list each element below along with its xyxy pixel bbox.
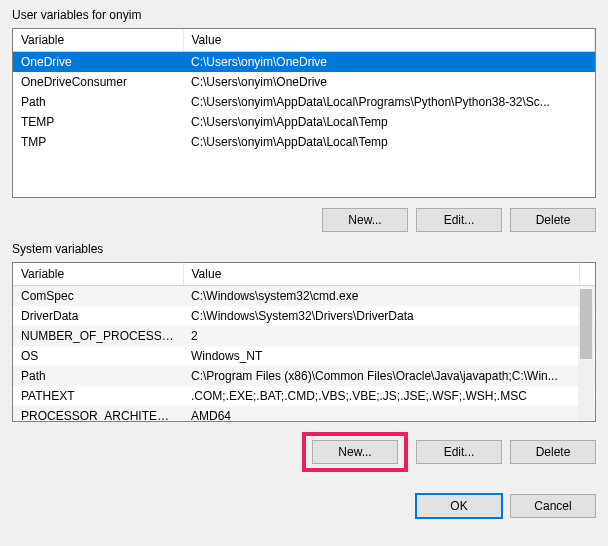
col-value[interactable]: Value <box>183 29 595 52</box>
table-row[interactable]: NUMBER_OF_PROCESSORS2 <box>13 326 595 346</box>
cell-variable: OS <box>13 346 183 366</box>
cell-value: C:\Windows\system32\cmd.exe <box>183 286 579 307</box>
table-row[interactable]: DriverDataC:\Windows\System32\Drivers\Dr… <box>13 306 595 326</box>
vertical-scrollbar[interactable] <box>578 289 594 420</box>
cell-variable: TEMP <box>13 112 183 132</box>
system-edit-button[interactable]: Edit... <box>416 440 502 464</box>
table-header-row: Variable Value <box>13 263 595 286</box>
cell-value: C:\Users\onyim\AppData\Local\Temp <box>183 112 595 132</box>
cell-variable: DriverData <box>13 306 183 326</box>
col-variable[interactable]: Variable <box>13 29 183 52</box>
table-row[interactable]: TMPC:\Users\onyim\AppData\Local\Temp <box>13 132 595 152</box>
table-row[interactable]: ComSpecC:\Windows\system32\cmd.exe <box>13 286 595 307</box>
cell-variable: TMP <box>13 132 183 152</box>
system-variables-table-wrap: Variable Value ComSpecC:\Windows\system3… <box>12 262 596 422</box>
col-variable[interactable]: Variable <box>13 263 183 286</box>
user-edit-button[interactable]: Edit... <box>416 208 502 232</box>
cell-value: .COM;.EXE;.BAT;.CMD;.VBS;.VBE;.JS;.JSE;.… <box>183 386 579 406</box>
table-row[interactable]: PathC:\Users\onyim\AppData\Local\Program… <box>13 92 595 112</box>
user-new-button[interactable]: New... <box>322 208 408 232</box>
table-row[interactable]: PATHEXT.COM;.EXE;.BAT;.CMD;.VBS;.VBE;.JS… <box>13 386 595 406</box>
user-variables-table[interactable]: Variable Value OneDriveC:\Users\onyim\On… <box>13 29 595 152</box>
cancel-button[interactable]: Cancel <box>510 494 596 518</box>
system-variables-label: System variables <box>12 242 596 256</box>
cell-variable: PATHEXT <box>13 386 183 406</box>
cell-value: 2 <box>183 326 579 346</box>
system-new-button[interactable]: New... <box>312 440 398 464</box>
table-row[interactable]: OneDriveConsumerC:\Users\onyim\OneDrive <box>13 72 595 92</box>
cell-value: C:\Windows\System32\Drivers\DriverData <box>183 306 579 326</box>
cell-value: C:\Users\onyim\AppData\Local\Temp <box>183 132 595 152</box>
cell-value: AMD64 <box>183 406 579 422</box>
cell-variable: OneDriveConsumer <box>13 72 183 92</box>
cell-value: C:\Users\onyim\OneDrive <box>183 52 595 73</box>
col-value[interactable]: Value <box>183 263 579 286</box>
table-row[interactable]: TEMPC:\Users\onyim\AppData\Local\Temp <box>13 112 595 132</box>
user-buttons-row: New... Edit... Delete <box>12 208 596 232</box>
system-delete-button[interactable]: Delete <box>510 440 596 464</box>
cell-variable: NUMBER_OF_PROCESSORS <box>13 326 183 346</box>
table-row[interactable]: PROCESSOR_ARCHITECTUREAMD64 <box>13 406 595 422</box>
cell-value: C:\Users\onyim\OneDrive <box>183 72 595 92</box>
cell-variable: Path <box>13 366 183 386</box>
cell-variable: ComSpec <box>13 286 183 307</box>
highlight-annotation: New... <box>302 432 408 472</box>
system-variables-group: System variables Variable Value ComSpecC… <box>12 242 596 472</box>
user-variables-label: User variables for onyim <box>12 8 596 22</box>
table-header-row: Variable Value <box>13 29 595 52</box>
cell-variable: OneDrive <box>13 52 183 73</box>
scroll-header-spacer <box>579 263 595 286</box>
cell-value: Windows_NT <box>183 346 579 366</box>
cell-value: C:\Program Files (x86)\Common Files\Orac… <box>183 366 579 386</box>
system-buttons-row: New... Edit... Delete <box>12 432 596 472</box>
ok-button[interactable]: OK <box>416 494 502 518</box>
user-delete-button[interactable]: Delete <box>510 208 596 232</box>
cell-value: C:\Users\onyim\AppData\Local\Programs\Py… <box>183 92 595 112</box>
cell-variable: Path <box>13 92 183 112</box>
table-row[interactable]: OSWindows_NT <box>13 346 595 366</box>
scrollbar-thumb[interactable] <box>580 289 592 359</box>
user-variables-table-wrap: Variable Value OneDriveC:\Users\onyim\On… <box>12 28 596 198</box>
table-row[interactable]: OneDriveC:\Users\onyim\OneDrive <box>13 52 595 73</box>
user-variables-group: User variables for onyim Variable Value … <box>12 8 596 232</box>
cell-variable: PROCESSOR_ARCHITECTURE <box>13 406 183 422</box>
system-variables-table[interactable]: Variable Value ComSpecC:\Windows\system3… <box>13 263 595 422</box>
dialog-buttons-row: OK Cancel <box>12 494 596 518</box>
table-row[interactable]: PathC:\Program Files (x86)\Common Files\… <box>13 366 595 386</box>
